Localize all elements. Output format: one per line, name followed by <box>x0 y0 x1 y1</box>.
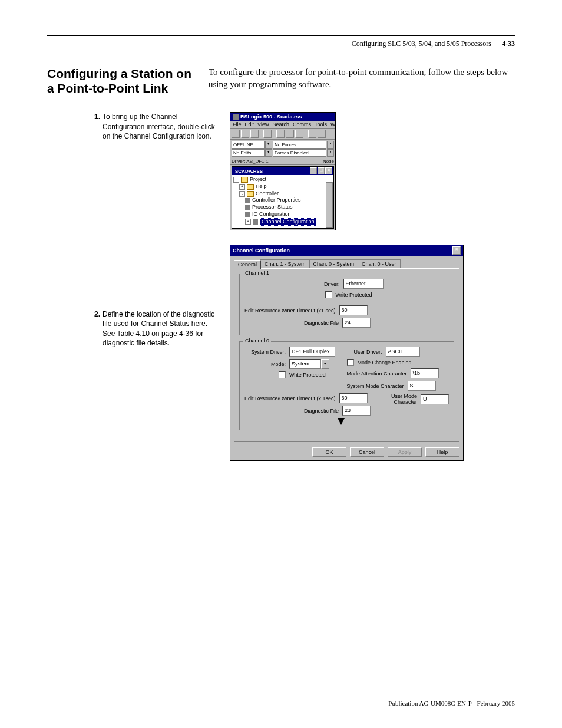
toolbar-undo-icon[interactable] <box>308 130 316 138</box>
menu-tools[interactable]: Tools <box>315 121 327 127</box>
toolbar-redo-icon[interactable] <box>318 130 326 138</box>
toolbar-new-icon[interactable] <box>232 130 240 138</box>
group-label-ch0: Channel 0 <box>243 338 271 344</box>
menu-search[interactable]: Search <box>272 121 289 127</box>
tree-project[interactable]: Project <box>250 176 266 183</box>
tabs: General Chan. 1 - System Chan. 0 - Syste… <box>230 256 463 268</box>
group-channel-1: Channel 1 Driver: Ethernet Write Protect… <box>239 274 454 335</box>
ch0-timeout-input[interactable]: 60 <box>339 393 368 403</box>
status-forces-disabled: Forces Disabled <box>273 149 326 157</box>
ch1-diagfile-label: Diagnostic File <box>244 320 339 326</box>
status-edits-dd-icon[interactable]: ▾ <box>265 149 272 157</box>
ch0-mode-attn-label: Mode Attention Character <box>347 371 407 377</box>
tree-help[interactable]: Help <box>256 183 267 190</box>
status-no-forces: No Forces <box>273 141 326 149</box>
step-2: 2. Define the location of the diagnostic… <box>94 309 218 348</box>
ch0-mode-attn-input[interactable]: \1b <box>411 368 439 378</box>
tree-controller[interactable]: Controller <box>256 190 279 197</box>
ch1-write-protected-checkbox[interactable] <box>325 291 332 298</box>
toolbar-cut-icon[interactable] <box>276 130 285 138</box>
toolbar-save-icon[interactable] <box>250 130 259 138</box>
status-forces-dd-icon[interactable]: ▪ <box>327 141 334 149</box>
footer-rule <box>47 689 515 689</box>
step-1-text: To bring up the Channel Configuration in… <box>103 112 218 141</box>
ch0-sys-mode-char-input[interactable]: S <box>408 381 436 391</box>
toolbar-open-icon[interactable] <box>241 130 249 138</box>
node-label: Node <box>323 159 334 164</box>
menu-file[interactable]: FFileile <box>233 121 242 127</box>
tree-processor-status[interactable]: Processor Status <box>252 204 293 211</box>
folder-icon <box>247 184 254 190</box>
tab-general[interactable]: General <box>234 260 261 269</box>
menu-w[interactable]: W <box>330 121 336 127</box>
dialog-buttons: OK Cancel Apply Help <box>230 445 463 460</box>
expand-icon[interactable]: + <box>239 184 245 190</box>
running-header: Configuring SLC 5/03, 5/04, and 5/05 Pro… <box>47 39 515 48</box>
tab-chan0-user[interactable]: Chan. 0 - User <box>358 259 401 268</box>
tree-controller-properties[interactable]: Controller Properties <box>252 197 301 204</box>
section-title: Configuring a Station on a Point-to-Poin… <box>47 66 194 95</box>
app-icon <box>233 114 239 120</box>
ch1-driver-label: Driver: <box>310 281 340 287</box>
help-button[interactable]: Help <box>425 447 459 457</box>
group-channel-0: Channel 0 System Driver: DF1 Full Duplex… <box>239 341 454 430</box>
ch0-user-mode-char-input[interactable]: U <box>421 394 449 404</box>
channel-icon <box>253 219 258 225</box>
step-1-number: 1. <box>94 112 100 141</box>
ch0-write-protected-checkbox[interactable] <box>279 371 286 378</box>
close-icon[interactable]: × <box>452 246 461 255</box>
ch0-sys-mode-char-label: System Mode Character <box>347 383 404 389</box>
ch0-mode-value: System <box>289 359 321 369</box>
ch0-diagfile-label: Diagnostic File <box>244 408 339 414</box>
ch1-diagfile-input[interactable]: 24 <box>342 318 371 328</box>
ch0-mode-dropdown[interactable]: System ▾ <box>289 359 329 369</box>
menu-edit[interactable]: Edit <box>245 121 254 127</box>
ch0-mode-label: Mode: <box>244 361 286 367</box>
ch1-driver-input[interactable]: Ethernet <box>343 279 384 289</box>
ch0-mode-change-label: Mode Change Enabled <box>358 360 412 365</box>
status-offline: OFFLINE <box>232 141 265 149</box>
step-2-text: Define the location of the diagnostic fi… <box>103 309 218 348</box>
menu-view[interactable]: View <box>257 121 269 127</box>
status-area: OFFLINE ▾ No Forces ▪ No Edits ▾ Forces … <box>230 140 335 158</box>
scrollbar-vertical[interactable] <box>326 182 333 228</box>
maximize-icon[interactable]: □ <box>318 167 325 174</box>
status-icon <box>245 205 250 210</box>
tab-chan0-system[interactable]: Chan. 0 - System <box>309 259 359 268</box>
page-number: 4-33 <box>502 39 515 48</box>
rslogix-titlebar: RSLogix 500 - Scada.rss <box>230 113 335 121</box>
ch1-timeout-label: Edit Resource/Owner Timeout (x1 sec) <box>244 308 336 314</box>
toolbar <box>230 129 335 140</box>
apply-button[interactable]: Apply <box>388 447 422 457</box>
ch0-userdriver-label: User Driver: <box>347 349 382 355</box>
cancel-button[interactable]: Cancel <box>350 447 384 457</box>
close-icon[interactable]: × <box>325 167 332 174</box>
collapse-icon[interactable]: - <box>239 191 245 197</box>
toolbar-print-icon[interactable] <box>263 130 272 138</box>
ok-button[interactable]: OK <box>312 447 346 457</box>
expand-icon[interactable]: + <box>245 219 251 225</box>
ch0-mode-change-checkbox[interactable] <box>347 359 354 366</box>
minimize-icon[interactable]: _ <box>310 167 317 174</box>
folder-icon <box>247 191 254 197</box>
ch1-timeout-input[interactable]: 60 <box>339 305 368 315</box>
tree-channel-configuration[interactable]: Channel Configuration <box>260 218 316 226</box>
status-offline-dd-icon[interactable]: ▾ <box>265 141 272 149</box>
toolbar-paste-icon[interactable] <box>295 130 303 138</box>
top-rule <box>47 35 515 36</box>
toolbar-copy-icon[interactable] <box>286 130 294 138</box>
tree-io-configuration[interactable]: IO Configuration <box>252 211 291 218</box>
driver-label: Driver: AB_DF1-1 <box>232 159 269 164</box>
tab-chan1-system[interactable]: Chan. 1 - System <box>260 259 310 268</box>
ch0-sysdriver-input[interactable]: DF1 Full Duplex <box>289 347 335 357</box>
collapse-icon[interactable]: - <box>233 177 239 183</box>
chevron-down-icon[interactable]: ▾ <box>321 359 329 369</box>
ch0-diagfile-input[interactable]: 23 <box>342 406 371 416</box>
status-forces2-dd-icon[interactable]: ▪ <box>327 149 334 157</box>
step-2-number: 2. <box>94 309 100 348</box>
ch0-write-protected-label: Write Protected <box>289 372 326 378</box>
ch0-userdriver-input[interactable]: ASCII <box>386 347 420 357</box>
menu-comms[interactable]: Comms <box>293 121 311 127</box>
ch0-timeout-label: Edit Resource/Owner Timeout (x 1sec) <box>244 396 336 401</box>
ch0-user-mode-char-label: User Mode Character <box>371 393 417 405</box>
